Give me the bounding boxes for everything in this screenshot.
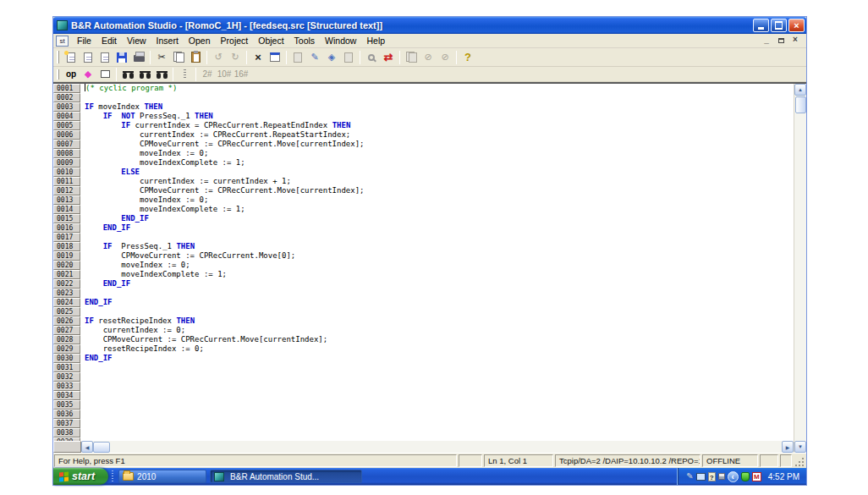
line-number: 0032 (53, 372, 80, 382)
undo-icon[interactable]: ↺ (210, 50, 227, 65)
taskbar: start 2010 B&R Automation Stud... ✎?‹M 4… (53, 468, 806, 485)
line-number: 0034 (53, 391, 80, 400)
toolbar-grip[interactable] (57, 69, 59, 80)
search-disabled-icon[interactable] (363, 50, 380, 65)
open-project-icon (101, 52, 109, 63)
delete-icon[interactable]: × (250, 50, 266, 65)
horizontal-scroll-thumb[interactable] (93, 442, 110, 453)
properties-icon[interactable] (266, 50, 283, 65)
edit-mode-icon[interactable]: ✎ (306, 50, 323, 65)
device-icon[interactable] (718, 473, 725, 480)
compile-icon[interactable]: ◈ (323, 50, 340, 65)
display-settings-icon[interactable] (696, 473, 706, 481)
toolbar-grip[interactable] (57, 51, 59, 63)
resize-grip (794, 454, 805, 467)
toolbar-separator (116, 68, 117, 81)
new-object-icon[interactable] (63, 50, 80, 65)
close-button[interactable]: × (788, 19, 805, 32)
base10-button: 10# (217, 69, 232, 79)
menu-item-file[interactable]: File (72, 35, 96, 47)
menu-item-project[interactable]: Project (216, 35, 254, 47)
menu-item-tools[interactable]: Tools (289, 35, 321, 47)
transfer-icon: ⇄ (384, 52, 393, 63)
open-project-icon[interactable] (96, 50, 113, 65)
mdi-minimize-button[interactable]: _ (761, 36, 772, 46)
app-icon (57, 20, 68, 30)
cut-icon[interactable]: ✂ (153, 50, 170, 65)
hide-icons-chevron[interactable]: ‹ (728, 471, 739, 482)
base10-button[interactable]: 10# (216, 68, 233, 80)
save-icon[interactable] (113, 50, 130, 65)
minimize-button[interactable] (753, 19, 769, 32)
eraser-icon[interactable]: ◆ (80, 68, 96, 80)
taskbar-item-2010[interactable]: 2010 (118, 470, 206, 483)
mdi-restore-button[interactable] (775, 36, 787, 46)
network-status-icon[interactable] (741, 472, 750, 481)
print-icon[interactable] (130, 50, 147, 65)
copy-icon (173, 52, 184, 63)
vertical-scrollbar[interactable]: ▲ ▼ (794, 84, 806, 453)
structured-text-document-icon[interactable]: st (56, 36, 69, 47)
line-number: 0011 (53, 177, 80, 186)
code-row: 0016 END_IF (53, 223, 794, 233)
indent-marks-icon[interactable] (176, 68, 193, 80)
code-editor[interactable]: 0001(* cyclic program *)00020003IF moveI… (53, 82, 806, 453)
redo-icon[interactable]: ↻ (227, 50, 244, 65)
edit-mode-icon: ✎ (310, 52, 318, 62)
frame-icon[interactable] (96, 68, 113, 80)
menu-item-open[interactable]: Open (184, 35, 216, 47)
menu-item-window[interactable]: Window (320, 35, 361, 47)
task-label: 2010 (137, 472, 156, 481)
code-row: 0036 (53, 410, 794, 419)
restore-button[interactable] (771, 19, 787, 32)
scroll-left-button[interactable]: ◀ (81, 441, 93, 453)
horizontal-scrollbar[interactable]: ◀ ▶ (53, 441, 794, 453)
start-label: start (72, 470, 95, 482)
find-next-icon[interactable] (136, 68, 153, 80)
find-prev-icon[interactable] (153, 68, 170, 80)
scroll-up-button[interactable]: ▲ (794, 84, 806, 96)
code-row: 0021 moveIndexComplete := 1; (53, 270, 794, 279)
insert-disabled-icon[interactable] (289, 50, 306, 65)
base2-button: 2# (202, 69, 212, 79)
open-file-icon[interactable] (80, 50, 96, 65)
taskbar-grip[interactable] (112, 470, 113, 482)
tool-icon[interactable]: ✎ (686, 472, 693, 481)
menu-item-insert[interactable]: Insert (151, 35, 184, 47)
base2-button[interactable]: 2# (199, 68, 216, 80)
code-text-area[interactable]: 0001(* cyclic program *)00020003IF moveI… (53, 84, 794, 441)
vertical-scroll-track[interactable] (794, 113, 806, 441)
find-prev-icon (157, 71, 168, 79)
line-number: 0027 (53, 326, 80, 335)
stop-disabled-icon[interactable]: ⊘ (420, 50, 437, 65)
transfer-icon[interactable]: ⇄ (380, 50, 397, 65)
code-row: 0003IF moveIndex THEN (53, 102, 794, 112)
minimize-icon (758, 27, 764, 30)
stack-disabled-icon[interactable] (403, 50, 420, 65)
code-row: 0018 IF PressSeq._1 THEN (53, 242, 794, 251)
op-button: op (66, 69, 76, 79)
base16-button[interactable]: 16# (233, 68, 250, 80)
menu-item-edit[interactable]: Edit (96, 35, 122, 47)
abort-disabled-icon[interactable]: ⊘ (437, 50, 453, 65)
find-icon[interactable] (119, 68, 136, 80)
taskbar-clock[interactable]: 4:52 PM (765, 472, 799, 481)
help-icon[interactable]: ? (459, 50, 476, 65)
taskbar-item-automation-studio[interactable]: B&R Automation Stud... (210, 470, 362, 483)
menu-item-object[interactable]: Object (253, 35, 288, 47)
antivirus-icon[interactable]: M (752, 472, 761, 481)
build-disabled-icon[interactable] (340, 50, 357, 65)
start-button[interactable]: start (53, 468, 108, 485)
scroll-right-button[interactable]: ▶ (782, 441, 794, 453)
menu-item-help[interactable]: Help (361, 35, 390, 47)
code-row: 0001(* cyclic program *) (53, 84, 794, 93)
find-icon (123, 71, 134, 79)
mdi-close-button[interactable]: × (789, 36, 801, 46)
op-button[interactable]: op (63, 68, 80, 80)
copy-icon[interactable] (170, 50, 187, 65)
paste-icon[interactable] (187, 50, 204, 65)
vertical-scroll-thumb[interactable] (795, 96, 806, 113)
scroll-down-button[interactable]: ▼ (794, 441, 806, 453)
help-tray-icon[interactable]: ? (708, 472, 716, 481)
menu-item-view[interactable]: View (122, 35, 151, 47)
